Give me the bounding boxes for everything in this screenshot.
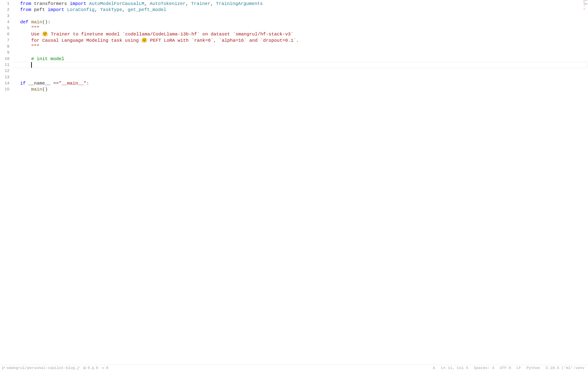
- code-line[interactable]: def main():: [20, 19, 588, 25]
- cursor-position[interactable]: Ln 11, Col 5: [441, 366, 468, 370]
- line-number: 15: [0, 86, 10, 92]
- svg-point-5: [433, 367, 434, 368]
- line-number: 7: [0, 37, 10, 44]
- code-editor[interactable]: from transformers import AutoModelForCau…: [13, 0, 588, 365]
- code-line[interactable]: for Causal Language Modeling task using …: [20, 37, 588, 44]
- line-number: 11: [0, 62, 10, 68]
- line-number: 14: [0, 80, 10, 86]
- branch-icon: [2, 366, 5, 370]
- language-mode[interactable]: Python: [526, 366, 540, 370]
- ports[interactable]: 0: [101, 366, 108, 370]
- line-number: 4: [0, 19, 10, 25]
- code-line[interactable]: [20, 13, 588, 19]
- code-line[interactable]: Use 🤗 Trainer to finetune model `codella…: [20, 31, 588, 37]
- radio-icon: [101, 366, 105, 370]
- code-line[interactable]: main(): [20, 86, 588, 92]
- person-icon: [432, 366, 436, 370]
- encoding[interactable]: UTF-8: [500, 366, 511, 370]
- code-line[interactable]: if __name__ =="__main__":: [20, 80, 588, 86]
- code-line[interactable]: from transformers import AutoModelForCau…: [20, 1, 588, 7]
- code-line[interactable]: [20, 50, 588, 56]
- branch-name: smangrul/personal-copilot-blog: [7, 366, 75, 370]
- line-number: 2: [0, 7, 10, 13]
- line-number: 1: [0, 1, 10, 7]
- svg-point-2: [4, 367, 5, 368]
- code-line[interactable]: [20, 62, 588, 68]
- code-line[interactable]: # init model: [20, 56, 588, 62]
- line-number: 9: [0, 50, 10, 56]
- line-number: 6: [0, 31, 10, 37]
- line-number: 12: [0, 68, 10, 74]
- code-line[interactable]: from peft import LoraConfig, TaskType, g…: [20, 7, 588, 13]
- sync-icon: [76, 366, 80, 370]
- git-branch[interactable]: smangrul/personal-copilot-blog: [2, 366, 80, 370]
- code-line[interactable]: [20, 68, 588, 74]
- line-number: 5: [0, 25, 10, 31]
- code-line[interactable]: """: [20, 44, 588, 50]
- line-number: 3: [0, 13, 10, 19]
- eol[interactable]: LF: [516, 366, 521, 370]
- error-icon: [83, 366, 86, 370]
- line-number-gutter: 1 2 3 4 5 6 7 8 9 10 11 12 13 14 15: [0, 0, 13, 365]
- error-count: 0: [88, 366, 90, 370]
- warning-count: 0: [96, 366, 98, 370]
- indentation[interactable]: Spaces: 4: [474, 366, 494, 370]
- code-line[interactable]: """: [20, 25, 588, 31]
- line-number: 10: [0, 56, 10, 62]
- svg-point-0: [2, 367, 3, 367]
- line-number: 8: [0, 44, 10, 50]
- ports-count: 0: [106, 366, 108, 370]
- code-line[interactable]: [20, 74, 588, 80]
- svg-point-4: [103, 368, 104, 368]
- warning-icon: [91, 366, 94, 370]
- editor-container: 1 2 3 4 5 6 7 8 9 10 11 12 13 14 15 from…: [0, 0, 588, 365]
- svg-point-1: [2, 369, 3, 370]
- problems[interactable]: 0 0: [83, 366, 98, 370]
- live-share[interactable]: [432, 366, 436, 370]
- status-bar: smangrul/personal-copilot-blog 0 0 0 Ln …: [0, 365, 588, 371]
- python-env[interactable]: 3.10.5 ('ml':venv: [546, 366, 584, 370]
- line-number: 13: [0, 74, 10, 80]
